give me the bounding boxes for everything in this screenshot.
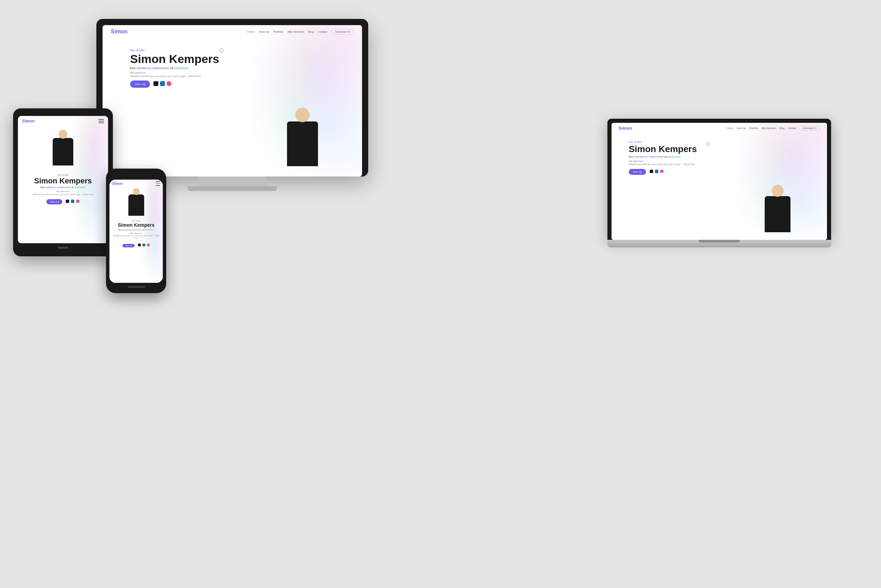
phone-dribbble-icon[interactable]: [147, 244, 150, 246]
tablet-greeting: Hoi, ik ben: [23, 174, 103, 176]
monitor-nav: Simon Home Over mij Portfolio Mijn Diens…: [102, 25, 362, 38]
monitor-person: [282, 108, 323, 177]
tablet-bezel: Simon Hoi, ik ben: [13, 108, 113, 256]
tablet-nav: Simon: [18, 116, 108, 126]
phone-hamburger-line-2: [156, 183, 160, 184]
phone-home-button[interactable]: [128, 286, 145, 288]
phone-hamburger-line-3: [156, 185, 160, 186]
laptop-dribbble-icon[interactable]: [660, 170, 663, 173]
monitor-logo: Simon: [111, 28, 128, 35]
nav-link-blog[interactable]: Blog: [308, 30, 314, 33]
nav-link-contact[interactable]: Contact: [318, 30, 328, 33]
laptop-website: Simon Home Over mij Portfolio Mijn Diens…: [612, 123, 827, 240]
tablet-device: Simon Hoi, ik ben: [13, 108, 113, 256]
tablet-person: [51, 130, 75, 171]
person-head: [295, 108, 310, 122]
phone-person-image: [110, 188, 163, 219]
phone-hero-sub: Een ambitieuze ondernemer uit Nederland: [112, 229, 160, 231]
laptop-hero: Hoi, ik ben Simon Kempers Een ambitieuze…: [612, 134, 827, 182]
laptop-hero-sub: Een ambitieuze ondernemer uit Nederland: [629, 155, 810, 158]
dot-decoration: [219, 48, 224, 52]
tablet-social-icons: [66, 200, 80, 203]
phone-website: Simon Hoi, ik ben: [110, 180, 163, 283]
laptop-base: [608, 240, 831, 248]
laptop-hero-quote: Mijn lijfspreuk? 'Whether you think you …: [629, 160, 810, 166]
tablet-screen: Simon Hoi, ik ben: [18, 116, 108, 243]
laptop-nav-portfolio[interactable]: Portfolio: [749, 127, 758, 129]
nav-link-portfolio[interactable]: Portfolio: [273, 30, 283, 33]
phone-greeting: Hoi, ik ben: [112, 220, 160, 222]
tablet-hero-name: Simon Kempers: [23, 177, 103, 185]
nav-link-over-mij[interactable]: Over mij: [259, 30, 269, 33]
scene: Simon Home Over mij Portfolio Mijn Diens…: [0, 0, 881, 588]
tablet-home-button[interactable]: [58, 247, 68, 249]
tablet-logo: Simon: [22, 119, 35, 123]
monitor-nav-links: Home Over mij Portfolio Mijn Diensten Bl…: [248, 29, 354, 35]
monitor-hero: Hoi, ik ben Simon Kempers Een ambitieuze…: [102, 38, 362, 98]
phone-device: Simon Hoi, ik ben: [106, 169, 166, 293]
laptop-cta-button[interactable]: Over mij: [629, 169, 646, 175]
tablet-instagram-icon[interactable]: [66, 200, 69, 203]
monitor-bezel: Simon Home Over mij Portfolio Mijn Diens…: [96, 19, 368, 177]
phone-hamburger[interactable]: [156, 182, 160, 186]
nav-link-diensten[interactable]: Mijn Diensten: [287, 30, 304, 33]
laptop-screen: Simon Home Over mij Portfolio Mijn Diens…: [612, 123, 827, 240]
person-body: [287, 122, 318, 166]
phone-instagram-icon[interactable]: [138, 244, 141, 246]
phone-notch: [126, 174, 147, 177]
monitor-cta-button[interactable]: Over mij: [130, 81, 150, 88]
laptop-person-body: [765, 196, 791, 232]
monitor-social-icons: [153, 81, 171, 86]
tablet-person-body: [53, 138, 73, 165]
laptop-device: Simon Home Over mij Portfolio Mijn Diens…: [608, 119, 831, 248]
tablet-person-image: [18, 126, 108, 171]
hamburger-line-2: [98, 121, 104, 122]
nav-link-home[interactable]: Home: [248, 30, 255, 33]
laptop-notch: [699, 240, 740, 243]
phone-linkedin-icon[interactable]: [143, 244, 145, 246]
laptop-nav-blog[interactable]: Blog: [779, 127, 784, 129]
hamburger-line-1: [98, 119, 104, 120]
phone-person-head: [133, 188, 140, 195]
laptop-instagram-icon[interactable]: [650, 170, 653, 173]
tablet-dribbble-icon[interactable]: [76, 200, 80, 203]
tablet-linkedin-icon[interactable]: [71, 200, 74, 203]
phone-person-body: [128, 194, 144, 216]
laptop-cv-button[interactable]: Download CV: [800, 126, 820, 131]
phone-hamburger-line-1: [156, 182, 160, 182]
monitor-cv-button[interactable]: Download CV: [332, 29, 354, 35]
monitor-device: Simon Home Over mij Portfolio Mijn Diens…: [96, 19, 368, 191]
phone-cta-button[interactable]: Over mij: [123, 244, 134, 248]
tablet-website: Simon Hoi, ik ben: [18, 116, 108, 243]
tablet-cta-button[interactable]: Over mij: [47, 199, 62, 204]
laptop-bezel: Simon Home Over mij Portfolio Mijn Diens…: [608, 119, 831, 240]
laptop-social-icons: [650, 170, 663, 173]
phone-nav: Simon: [110, 180, 163, 188]
linkedin-icon[interactable]: [160, 81, 165, 86]
tablet-hero-quote: Mijn lijfspreuk? 'Whether you think you …: [23, 190, 103, 196]
phone-hero-quote: Mijn lijfspreuk? 'Whether you think you …: [112, 232, 160, 240]
laptop-nav-contact[interactable]: Contact: [788, 127, 796, 129]
tablet-hamburger[interactable]: [98, 119, 104, 123]
monitor-hero-name: Simon Kempers: [130, 52, 335, 65]
monitor-screen: Simon Home Over mij Portfolio Mijn Diens…: [102, 25, 362, 177]
monitor-greeting: Hoi, ik ben: [130, 48, 335, 52]
tablet-hero: Hoi, ik ben Simon Kempers Een ambitieuze…: [18, 171, 108, 207]
laptop-nav-home[interactable]: Home: [727, 127, 733, 129]
laptop-logo: Simon: [618, 126, 632, 131]
laptop-nav-diensten[interactable]: Mijn Diensten: [762, 127, 776, 129]
phone-hero-name: Simon Kempers: [112, 223, 160, 228]
phone-person: [127, 188, 146, 219]
laptop-person: [760, 185, 795, 240]
monitor-hero-quote: Mijn lijfspreuk? 'Whether you think you …: [130, 71, 335, 78]
hamburger-line-3: [98, 123, 104, 123]
monitor-base: [188, 186, 277, 191]
dribbble-icon[interactable]: [167, 81, 171, 86]
phone-screen: Simon Hoi, ik ben: [110, 180, 163, 283]
phone-hero: Hoi, ik ben Simon Kempers Een ambitieuze…: [110, 219, 163, 249]
laptop-linkedin-icon[interactable]: [655, 170, 658, 173]
laptop-hero-name: Simon Kempers: [629, 144, 810, 154]
instagram-icon[interactable]: [153, 81, 158, 86]
phone-social-icons: [138, 244, 150, 246]
laptop-nav-over[interactable]: Over mij: [737, 127, 746, 129]
